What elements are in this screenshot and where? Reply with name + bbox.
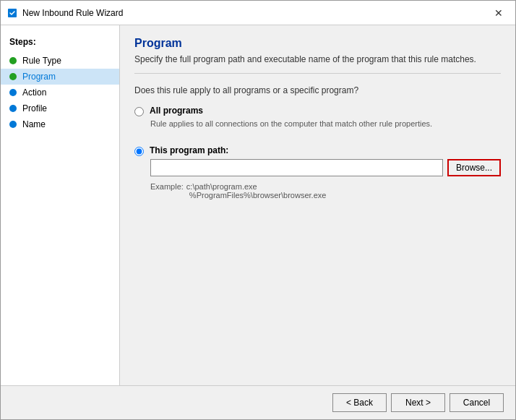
sidebar-item-program[interactable]: Program: [1, 69, 119, 85]
dot-icon-name: [9, 121, 17, 128]
window-title: New Inbound Rule Wizard: [22, 8, 488, 18]
main-panel: Program Specify the full program path an…: [120, 25, 515, 385]
browse-button[interactable]: Browse...: [447, 159, 501, 176]
all-programs-description: Rule applies to all connections on the c…: [150, 119, 501, 128]
dot-icon-profile: [9, 105, 17, 112]
content-area: Steps: Rule Type Program Action Profile …: [1, 25, 515, 385]
example-label: Example:: [150, 182, 184, 200]
sidebar-label-rule-type: Rule Type: [22, 56, 61, 66]
path-input-row: Browse...: [150, 159, 501, 176]
close-button[interactable]: ✕: [488, 4, 509, 22]
window-icon: [7, 7, 18, 19]
footer: < Back Next > Cancel: [1, 385, 515, 419]
sidebar-header: Steps:: [1, 34, 119, 53]
sidebar-label-name: Name: [22, 119, 46, 129]
sidebar-item-name[interactable]: Name: [1, 116, 119, 132]
question-text: Does this rule apply to all programs or …: [134, 85, 501, 95]
sidebar-label-program: Program: [22, 72, 56, 82]
page-description: Specify the full program path and execut…: [134, 54, 501, 74]
this-program-radio-row: This program path:: [134, 145, 501, 156]
all-programs-radio-row: All programs: [134, 106, 501, 116]
dot-icon-action: [9, 89, 17, 96]
title-bar: New Inbound Rule Wizard ✕: [1, 1, 515, 25]
example-row: Example: c:\path\program.exe %ProgramFil…: [150, 182, 501, 200]
sidebar-item-rule-type[interactable]: Rule Type: [1, 53, 119, 69]
sidebar-label-profile: Profile: [22, 103, 47, 113]
sidebar-item-profile[interactable]: Profile: [1, 100, 119, 116]
cancel-button[interactable]: Cancel: [450, 393, 504, 412]
all-programs-option-group: All programs Rule applies to all connect…: [134, 106, 501, 128]
dot-icon-program: [9, 73, 17, 80]
program-path-input[interactable]: [150, 159, 443, 176]
sidebar: Steps: Rule Type Program Action Profile …: [1, 25, 120, 385]
example-line1: c:\path\program.exe %ProgramFiles%\brows…: [186, 182, 327, 200]
next-button[interactable]: Next >: [391, 393, 445, 412]
page-title: Program: [134, 37, 501, 50]
all-programs-radio[interactable]: [134, 107, 144, 116]
this-program-option-group: This program path: Browse... Example: c:…: [134, 145, 501, 200]
wizard-window: New Inbound Rule Wizard ✕ Steps: Rule Ty…: [0, 0, 516, 420]
sidebar-item-action[interactable]: Action: [1, 85, 119, 100]
sidebar-label-action: Action: [22, 87, 46, 98]
all-programs-label[interactable]: All programs: [150, 106, 203, 116]
back-button[interactable]: < Back: [332, 393, 387, 412]
this-program-radio[interactable]: [134, 147, 144, 156]
dot-icon-rule-type: [9, 57, 17, 64]
this-program-label[interactable]: This program path:: [150, 145, 228, 155]
